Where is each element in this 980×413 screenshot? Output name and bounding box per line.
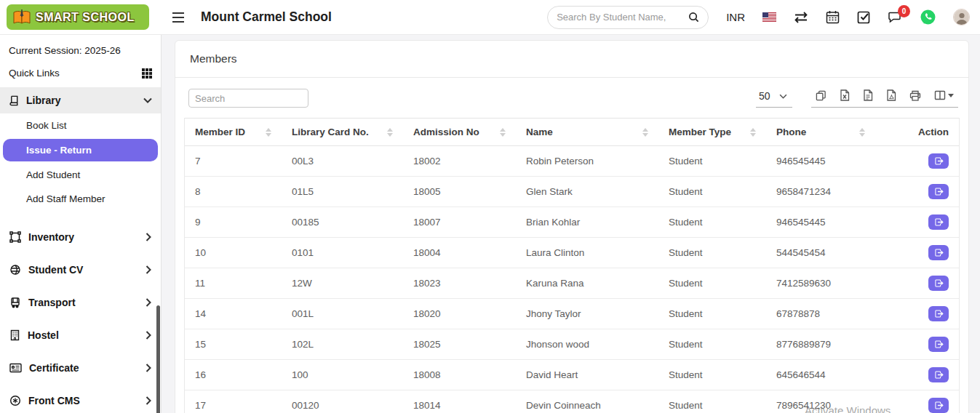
current-session-label: Current Session: 2025-26: [0, 35, 161, 59]
sidebar-menu: Inventory Student CV Tran: [0, 220, 161, 413]
sort-icon[interactable]: [500, 128, 506, 137]
table-row: 8 01L5 18005 Glen Stark Student 96584712…: [185, 177, 959, 207]
bus-icon: [9, 297, 21, 308]
issue-return-button[interactable]: [928, 245, 949, 260]
top-bar: SMART SCHOOL Mount Carmel School INR: [0, 0, 980, 35]
box-arrow-right-icon: [934, 340, 944, 349]
calendar-icon[interactable]: [826, 10, 840, 24]
column-header-member-type[interactable]: Member Type: [658, 119, 766, 146]
name-cell: Jhonson wood: [516, 329, 658, 360]
member-type-cell: Student: [658, 299, 766, 329]
language-flag-icon[interactable]: [762, 12, 776, 22]
issue-return-button[interactable]: [928, 306, 949, 321]
issue-return-button[interactable]: [928, 337, 949, 352]
admission-no-cell: 18023: [403, 268, 516, 299]
sidebar-item-library[interactable]: Library: [0, 87, 161, 113]
column-header-admission-no[interactable]: Admission No: [403, 119, 516, 146]
member-type-cell: Student: [658, 268, 766, 299]
issue-return-button[interactable]: [928, 214, 949, 230]
csv-export-button[interactable]: [863, 89, 873, 101]
sidebar-item-inventory[interactable]: Inventory: [0, 220, 161, 253]
sort-icon[interactable]: [750, 128, 756, 137]
table-row: 17 00120 18014 Devin Coinneach Student 7…: [185, 390, 959, 413]
front-cms-asterisk-icon: [9, 395, 21, 406]
whatsapp-icon[interactable]: [920, 9, 936, 25]
student-search-input[interactable]: [557, 12, 688, 23]
user-avatar[interactable]: [953, 9, 970, 25]
sidebar-toggle-hamburger-icon[interactable]: [172, 12, 185, 23]
member-id-cell: 16: [185, 360, 282, 390]
building-icon: [9, 329, 20, 341]
chevron-down-icon: [779, 94, 787, 99]
student-search-box[interactable]: [547, 6, 709, 29]
sidebar-item-front-cms[interactable]: Front CMS: [0, 384, 161, 413]
name-cell: Jhony Taylor: [516, 299, 658, 329]
copy-export-button[interactable]: [816, 90, 826, 101]
action-cell: [875, 299, 959, 329]
library-card-cell: 01L5: [282, 177, 403, 207]
library-card-cell: 00120: [282, 390, 403, 413]
issue-return-button[interactable]: [928, 367, 949, 382]
phone-cell: 544545454: [766, 238, 875, 268]
table-row: 9 00185 18007 Brian Kohlar Student 94654…: [185, 207, 959, 238]
sort-icon[interactable]: [387, 128, 393, 137]
column-header-name[interactable]: Name: [516, 119, 658, 146]
page-size-select[interactable]: 50: [756, 90, 792, 108]
app-logo[interactable]: SMART SCHOOL: [7, 4, 149, 30]
search-icon[interactable]: [688, 12, 699, 23]
chevron-right-icon: [146, 298, 151, 307]
messages-count-badge: 0: [898, 5, 910, 17]
sidebar-item-student-cv[interactable]: Student CV: [0, 253, 161, 286]
sort-icon[interactable]: [266, 128, 271, 137]
name-cell: Karuna Rana: [516, 268, 658, 299]
sort-icon[interactable]: [859, 128, 865, 137]
column-header-member-id[interactable]: Member ID: [185, 119, 282, 146]
issue-return-button[interactable]: [928, 276, 949, 291]
phone-cell: 67878878: [766, 299, 875, 329]
sidebar: Current Session: 2025-26 Quick Links Lib…: [0, 35, 162, 413]
column-header-phone[interactable]: Phone: [766, 119, 875, 146]
box-arrow-right-icon: [934, 309, 944, 318]
sort-icon[interactable]: [642, 128, 648, 137]
table-search-input[interactable]: [188, 89, 308, 108]
tasks-icon[interactable]: [857, 10, 871, 24]
library-card-cell: 001L: [282, 299, 403, 329]
issue-return-button[interactable]: [928, 184, 949, 199]
member-id-cell: 10: [185, 238, 282, 268]
phone-cell: 7896541230: [766, 390, 875, 413]
admission-no-cell: 18008: [403, 360, 516, 390]
name-cell: David Heart: [516, 360, 658, 390]
messages-icon[interactable]: 0: [888, 11, 903, 23]
grid-icon[interactable]: [142, 68, 152, 79]
sidebar-item-add-student[interactable]: Add Student: [0, 163, 161, 187]
table-row: 11 12W 18023 Karuna Rana Student 7412589…: [185, 268, 959, 299]
issue-return-button[interactable]: [928, 153, 949, 169]
sidebar-item-book-list[interactable]: Book List: [0, 113, 161, 137]
sidebar-item-add-staff-member[interactable]: Add Staff Member: [0, 187, 161, 211]
column-header-library-card-no[interactable]: Library Card No.: [282, 119, 403, 146]
sidebar-item-certificate[interactable]: Certificate: [0, 351, 161, 384]
pdf-export-button[interactable]: [886, 89, 896, 101]
sidebar-item-transport[interactable]: Transport: [0, 286, 161, 318]
sidebar-item-issue-return[interactable]: Issue - Return: [3, 139, 158, 161]
issue-return-button[interactable]: [928, 398, 949, 413]
admission-no-cell: 18020: [403, 299, 516, 329]
column-visibility-button[interactable]: [934, 90, 954, 100]
currency-selector[interactable]: INR: [726, 11, 745, 23]
table-row: 15 102L 18025 Jhonson wood Student 87768…: [185, 329, 959, 360]
print-button[interactable]: [909, 90, 921, 101]
member-type-cell: Student: [658, 329, 766, 360]
phone-cell: 7412589630: [766, 268, 875, 299]
member-type-cell: Student: [658, 177, 766, 207]
quick-links[interactable]: Quick Links: [0, 59, 161, 87]
card-header: Members: [175, 41, 968, 78]
school-name-title: Mount Carmel School: [201, 9, 332, 25]
session-switch-icon[interactable]: [794, 12, 808, 23]
action-cell: [875, 390, 959, 413]
certificate-card-icon: [9, 363, 22, 373]
member-id-cell: 8: [185, 177, 282, 207]
excel-export-button[interactable]: [840, 89, 850, 101]
phone-cell: 645646544: [766, 360, 875, 390]
sidebar-scrollbar[interactable]: [156, 305, 160, 413]
sidebar-item-hostel[interactable]: Hostel: [0, 318, 161, 351]
